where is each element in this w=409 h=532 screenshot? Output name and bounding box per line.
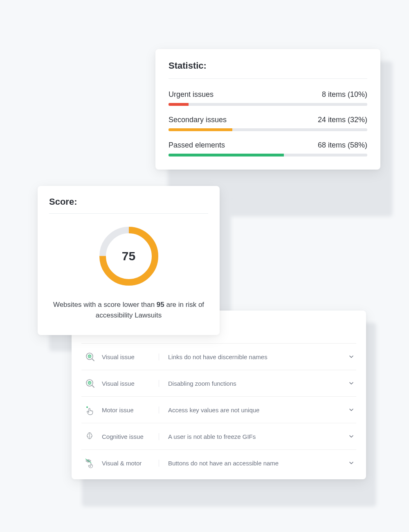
stat-row-value: 68 items (58%) [318,141,367,150]
stat-row-label: Passed elements [169,141,225,150]
chevron-down-icon [348,407,355,413]
issue-row[interactable]: Visual issue Disabling zoom functions [81,370,356,396]
issue-row[interactable]: Cognitive issue A user is not able to fr… [81,423,356,449]
score-title: Score: [49,197,208,214]
issue-row[interactable]: Visual issue Links do not have discernib… [81,343,356,370]
hand-pointer-icon [83,404,97,416]
issue-category: Motor issue [102,407,159,414]
progress-fill [169,103,189,106]
chevron-down-icon [348,460,355,466]
progress-fill [169,128,232,131]
stat-row: Passed elements 68 items (58%) [169,141,367,156]
eye-magnifier-icon [83,351,97,362]
score-card: Score: 75 Websites with a score lower th… [38,186,220,335]
issue-description: Disabling zoom functions [159,380,348,387]
issue-description: A user is not able to freeze GIFs [159,433,348,440]
issue-row[interactable]: Motor issue Access key values are not un… [81,396,356,423]
progress-track [169,154,367,156]
stat-row: Urgent issues 8 items (10%) [169,90,367,106]
progress-track [169,128,367,131]
eye-magnifier-icon [83,378,97,389]
stat-row-value: 24 items (32%) [318,116,367,124]
issues-card: Visual issue Links do not have discernib… [72,311,366,479]
issue-description: Buttons do not have an accessible name [159,460,348,467]
progress-fill [169,154,284,156]
stat-row-label: Urgent issues [169,90,213,99]
chevron-down-icon [348,433,355,440]
stat-row-value: 8 items (10%) [322,90,367,99]
chevron-down-icon [348,380,355,387]
issue-description: Links do not have discernible names [159,353,348,360]
issue-category: Visual issue [102,353,159,360]
score-caption: Websites with a score lower than 95 are … [49,300,208,321]
brain-icon [83,431,97,442]
stat-row-label: Secondary issues [169,116,227,124]
stat-row: Secondary issues 24 items (32%) [169,116,367,131]
statistic-title: Statistic: [169,60,367,79]
issue-description: Access key values are not unique [159,407,348,414]
progress-track [169,103,367,106]
score-value: 75 [96,224,162,289]
chevron-down-icon [348,353,355,360]
score-gauge: 75 [96,224,162,289]
eye-hand-icon [83,457,97,469]
issue-category: Visual & motor [102,460,159,467]
issue-row[interactable]: Visual & motor Buttons do not have an ac… [81,449,356,476]
issue-category: Cognitive issue [102,433,159,440]
issue-category: Visual issue [102,380,159,387]
statistic-card: Statistic: Urgent issues 8 items (10%) S… [155,49,380,170]
